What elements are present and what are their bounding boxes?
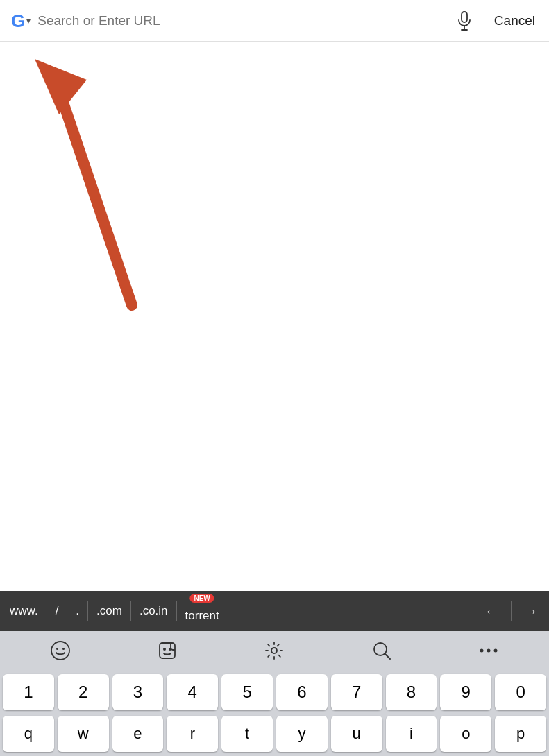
svg-point-6: [56, 648, 58, 650]
sticker-button[interactable]: [146, 635, 188, 666]
quick-bar-sep-2: [67, 601, 67, 621]
cancel-button[interactable]: Cancel: [491, 13, 538, 28]
quick-bar-sep-3: [87, 601, 88, 621]
more-icon: [478, 647, 499, 654]
sticker-icon: [157, 640, 178, 661]
search-button[interactable]: [361, 635, 403, 666]
letter-key-y[interactable]: y: [276, 716, 328, 752]
num-key-7[interactable]: 7: [331, 674, 382, 710]
google-logo[interactable]: G ▾: [11, 12, 31, 30]
google-g-icon: G: [11, 12, 25, 30]
arrow-right-button[interactable]: →: [516, 596, 546, 626]
quick-bar-sep-5: [176, 601, 177, 621]
number-row: 1234567890: [0, 670, 549, 713]
arrow-left-button[interactable]: ←: [476, 596, 507, 626]
svg-point-11: [271, 648, 277, 653]
settings-button[interactable]: [253, 635, 295, 666]
emoji-button[interactable]: [40, 635, 81, 666]
letter-key-r[interactable]: r: [167, 716, 218, 752]
quick-bar-www[interactable]: www.: [3, 596, 45, 626]
more-button[interactable]: [468, 635, 509, 666]
chevron-down-icon: ▾: [26, 16, 31, 26]
icon-row: [0, 631, 549, 670]
num-key-2[interactable]: 2: [58, 674, 109, 710]
num-key-3[interactable]: 3: [112, 674, 164, 710]
arrow-nav-sep: [511, 601, 512, 621]
search-bar: G ▾ Cancel: [0, 0, 549, 42]
num-key-4[interactable]: 4: [167, 674, 218, 710]
microphone-button[interactable]: [452, 11, 477, 31]
mic-icon: [457, 11, 472, 31]
svg-rect-0: [462, 12, 467, 22]
quick-bar-torrent[interactable]: NEW torrent: [178, 596, 226, 626]
letter-key-i[interactable]: i: [386, 716, 437, 752]
letter-key-q[interactable]: q: [3, 716, 54, 752]
svg-point-16: [493, 649, 497, 653]
svg-point-15: [487, 649, 490, 653]
letter-key-u[interactable]: u: [331, 716, 382, 752]
num-key-1[interactable]: 1: [3, 674, 54, 710]
quick-bar-sep-1: [47, 601, 47, 621]
letter-row: qwertyuiop: [0, 713, 549, 756]
quick-bar-dot[interactable]: .: [69, 596, 86, 626]
svg-point-9: [163, 648, 166, 651]
svg-point-7: [62, 648, 65, 650]
letter-key-o[interactable]: o: [440, 716, 491, 752]
quick-bar-sep-4: [130, 601, 131, 621]
search-icon: [371, 640, 392, 661]
quick-bar: www. / . .com .co.in NEW torrent ← →: [0, 591, 549, 631]
search-input[interactable]: [37, 13, 445, 28]
quick-bar-com[interactable]: .com: [90, 596, 129, 626]
arrow-nav: ← →: [476, 596, 546, 626]
num-key-0[interactable]: 0: [495, 674, 546, 710]
content-area: [0, 42, 549, 479]
svg-point-14: [480, 649, 483, 653]
letter-key-e[interactable]: e: [112, 716, 164, 752]
svg-point-5: [51, 642, 69, 660]
quick-bar-coin[interactable]: .co.in: [133, 596, 175, 626]
letter-key-w[interactable]: w: [58, 716, 109, 752]
num-key-6[interactable]: 6: [276, 674, 328, 710]
num-key-5[interactable]: 5: [221, 674, 273, 710]
letter-key-p[interactable]: p: [495, 716, 546, 752]
emoji-icon: [50, 640, 71, 661]
svg-rect-8: [160, 643, 175, 658]
num-key-8[interactable]: 8: [386, 674, 437, 710]
keyboard-area: www. / . .com .co.in NEW torrent ← →: [0, 591, 549, 756]
letter-key-t[interactable]: t: [221, 716, 273, 752]
new-badge: NEW: [189, 594, 214, 603]
settings-icon: [264, 640, 285, 661]
quick-bar-slash[interactable]: /: [49, 596, 66, 626]
num-key-9[interactable]: 9: [440, 674, 491, 710]
divider: [484, 11, 484, 31]
svg-line-13: [385, 654, 390, 660]
